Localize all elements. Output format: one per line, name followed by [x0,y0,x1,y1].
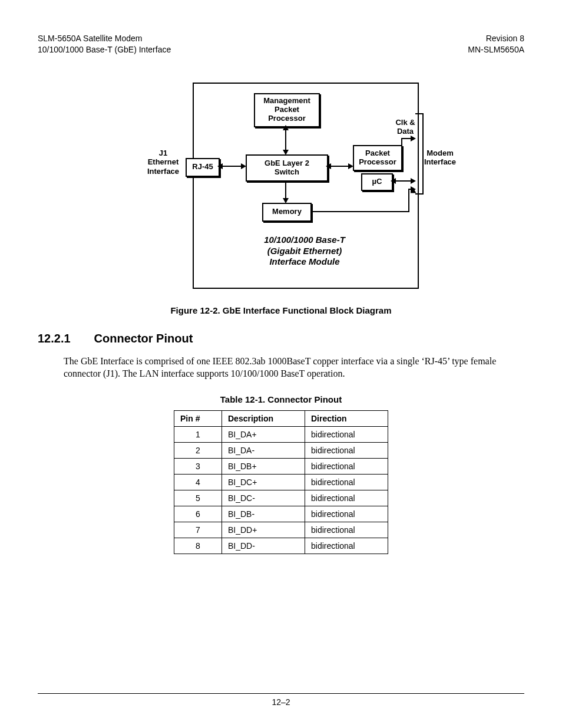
cell-description: BI_DB+ [222,458,305,474]
block-packet-processor: PacketProcessor [353,145,402,171]
cell-direction: bidirectional [305,442,388,458]
block-diagram: ManagementPacketProcessor GbE Layer 2Swi… [116,79,446,291]
header-left-line2: 10/100/1000 Base-T (GbE) Interface [38,44,171,55]
block-management-packet-processor: ManagementPacketProcessor [254,93,320,127]
block-label: RJ-45 [187,159,219,176]
cell-pin: 4 [174,474,222,490]
cell-direction: bidirectional [305,426,388,442]
page-footer: 12–2 [38,693,524,707]
table-row: 3 BI_DB+ bidirectional [174,458,388,474]
cell-description: BI_DA- [222,442,305,458]
table-row: 6 BI_DB- bidirectional [174,506,388,522]
section-heading: 12.2.1 Connector Pinout [38,332,524,345]
cell-pin: 7 [174,522,222,538]
arrow-left-icon [391,178,396,184]
cell-description: BI_DD- [222,538,305,554]
header-right-line2: MN-SLM5650A [468,44,524,55]
connector-pinout-table: Pin # Description Direction 1 BI_DA+ bid… [174,410,388,554]
arrow-right-icon [411,186,416,192]
connector-line [310,211,408,212]
connector-line [401,138,402,146]
body-paragraph: The GbE Interface is comprised of one IE… [64,355,500,380]
table-row: 8 BI_DD- bidirectional [174,538,388,554]
cell-description: BI_DC+ [222,474,305,490]
table-header-row: Pin # Description Direction [174,410,388,426]
cell-description: BI_DD+ [222,522,305,538]
cell-direction: bidirectional [305,538,388,554]
figure-caption: Figure 12-2. GbE Interface Functional Bl… [38,305,524,315]
col-header-direction: Direction [305,410,388,426]
cell-direction: bidirectional [305,458,388,474]
arrow-down-icon [283,150,289,155]
cell-pin: 1 [174,426,222,442]
block-label: GbE Layer 2Switch [247,156,327,180]
col-header-pin: Pin # [174,410,222,426]
block-label: Memory [263,204,310,220]
section-title: Connector Pinout [94,332,193,345]
table-caption: Table 12-1. Connector Pinout [38,394,524,404]
cell-pin: 3 [174,458,222,474]
connector-line [408,190,409,212]
cell-pin: 8 [174,538,222,554]
arrow-right-icon [411,178,416,184]
label-modem-interface: ModemInterface [422,149,458,167]
page-header: SLM-5650A Satellite Modem 10/100/1000 Ba… [38,33,524,55]
table-row: 7 BI_DD+ bidirectional [174,522,388,538]
cell-description: BI_DB- [222,506,305,522]
table-row: 2 BI_DA- bidirectional [174,442,388,458]
block-label: ManagementPacketProcessor [255,94,319,126]
cell-direction: bidirectional [305,522,388,538]
arrow-left-icon [217,163,223,169]
label-j1-ethernet-interface: J1EthernetInterface [140,149,187,176]
block-label: PacketProcessor [354,146,401,170]
arrow-right-icon [348,163,353,169]
cell-direction: bidirectional [305,474,388,490]
block-rj45: RJ-45 [186,158,220,177]
block-label: µC [362,174,392,190]
table-row: 1 BI_DA+ bidirectional [174,426,388,442]
col-header-description: Description [222,410,305,426]
arrow-up-icon [283,125,289,130]
arrow-right-icon [411,136,416,141]
module-title: 10/100/1000 Base-T(Gigabit Ethernet)Inte… [193,235,416,268]
modem-interface-bracket [415,113,424,195]
block-microcontroller: µC [361,173,393,191]
cell-description: BI_DC- [222,490,305,506]
cell-description: BI_DA+ [222,426,305,442]
table-row: 4 BI_DC+ bidirectional [174,474,388,490]
page-number: 12–2 [272,697,290,707]
block-gbe-layer2-switch: GbE Layer 2Switch [246,154,328,182]
header-left-line1: SLM-5650A Satellite Modem [38,33,171,44]
cell-direction: bidirectional [305,506,388,522]
arrow-left-icon [326,163,331,169]
header-right-line1: Revision 8 [468,33,524,44]
block-memory: Memory [262,203,312,222]
table-row: 5 BI_DC- bidirectional [174,490,388,506]
section-number: 12.2.1 [38,332,91,345]
cell-pin: 2 [174,442,222,458]
cell-pin: 6 [174,506,222,522]
arrow-right-icon [241,163,246,169]
cell-direction: bidirectional [305,490,388,506]
cell-pin: 5 [174,490,222,506]
arrow-down-icon [283,198,289,203]
